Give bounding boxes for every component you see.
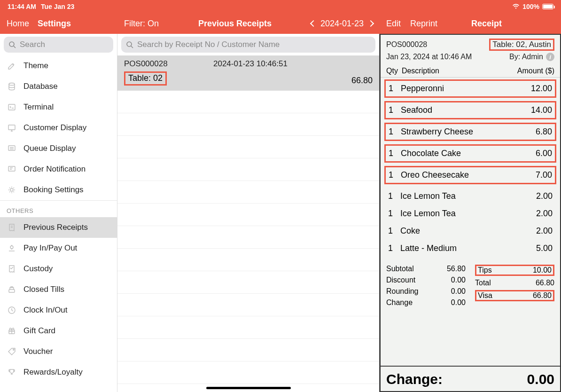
receipt-row-id: POS000028 (124, 59, 213, 69)
summary-value: 56.80 (447, 265, 466, 273)
sidebar-item-label: Closed Tills (23, 285, 64, 294)
change-value: 0.00 (527, 371, 554, 387)
receipt-item: 1 Chocolate Cake 6.00 (384, 144, 556, 163)
gift-icon (7, 326, 17, 336)
item-qty: 1 (386, 226, 396, 236)
chevron-left-icon[interactable] (310, 20, 317, 27)
edit-button[interactable]: Edit (386, 19, 401, 29)
sidebar-item-clock-in-out[interactable]: Clock In/Out (0, 300, 117, 321)
battery-icon (542, 4, 553, 9)
chevron-right-icon[interactable] (367, 20, 374, 27)
db-icon (7, 82, 17, 91)
brush-icon (7, 61, 17, 71)
date-value[interactable]: 2024-01-23 (320, 19, 364, 29)
sidebar-item-theme[interactable]: Theme (0, 55, 117, 76)
clock-icon (7, 306, 17, 315)
wifi-icon (512, 3, 520, 10)
sidebar-item-pay-in-pay-out[interactable]: Pay In/Pay Out (0, 238, 117, 259)
receipt-item: 1 Oreo Cheesecake 7.00 (384, 166, 556, 184)
receipt-search[interactable]: Search by Receipt No / Customer Name (121, 37, 375, 53)
receipt-list-empty (117, 91, 379, 392)
item-desc: Coke (400, 226, 517, 236)
sidebar-item-booking-settings[interactable]: Booking Settings (0, 180, 117, 200)
receipt-icon (7, 223, 17, 232)
svg-point-13 (127, 42, 132, 47)
item-qty: 1 (386, 209, 396, 219)
info-icon[interactable]: i (546, 53, 554, 61)
summary-value: 0.00 (447, 276, 466, 284)
sidebar-item-customer-display[interactable]: Customer Display (0, 118, 117, 138)
header-left: Home Settings (0, 13, 117, 34)
receipt-title: Receipt (471, 19, 502, 29)
item-desc: Seafood (401, 105, 516, 115)
summary-key: Rounding (386, 287, 440, 296)
summary-value: 10.00 (533, 266, 552, 274)
receipt-panel: POS000028 Table: 02, Austin Jan 23, 2024… (380, 34, 561, 392)
sidebar-item-custody[interactable]: Custody (0, 259, 117, 279)
sidebar-item-closed-tills[interactable]: Closed Tills (0, 279, 117, 300)
sidebar-item-voucher[interactable]: Voucher (0, 341, 117, 362)
trophy-icon (7, 368, 17, 377)
display-icon (7, 123, 17, 133)
gear-icon (7, 185, 17, 195)
receipt-item: 1 Strawberry Cheese 6.80 (384, 123, 556, 141)
custody-icon (7, 264, 17, 274)
search-icon (126, 41, 133, 48)
summary-key: Tips (478, 266, 533, 274)
item-desc: Ice Lemon Tea (400, 191, 517, 201)
item-amount: 14.00 (521, 105, 554, 115)
sidebar-item-queue-display[interactable]: Queue Display (0, 138, 117, 159)
svg-rect-5 (8, 146, 15, 150)
sidebar-item-label: Gift Card (23, 326, 55, 336)
status-date: Tue Jan 23 (41, 3, 74, 10)
sidebar-item-gift-card[interactable]: Gift Card (0, 321, 117, 341)
receipt-item: 1 Pepperonni 12.00 (384, 79, 556, 98)
sidebar-item-terminal[interactable]: Terminal (0, 97, 117, 118)
summary-value: 0.00 (447, 287, 466, 296)
sidebar-item-rewards-loyalty[interactable]: Rewards/Loyalty (0, 362, 117, 383)
sidebar-search-placeholder: Search (20, 40, 45, 49)
item-qty: 1 (386, 243, 396, 253)
order-icon (7, 165, 17, 174)
item-amount: 7.00 (521, 170, 554, 180)
item-qty: 1 (387, 105, 396, 115)
summary-key: Subtotal (386, 265, 440, 273)
terminal-icon (7, 102, 17, 112)
svg-rect-4 (8, 125, 15, 130)
receipt-list-panel: Search by Receipt No / Customer Name POS… (117, 34, 380, 392)
settings-title[interactable]: Settings (38, 19, 71, 29)
item-qty: 1 (387, 84, 396, 94)
receipt-row-amount: 66.80 (351, 76, 373, 86)
header-bar: Home Settings Filter: On Previous Receip… (0, 13, 561, 34)
receipt-row-table: Table: 02 (124, 71, 167, 86)
sidebar-search[interactable]: Search (4, 37, 113, 53)
summary-key: Discount (386, 276, 440, 284)
sidebar-item-database[interactable]: Database (0, 76, 117, 97)
filter-toggle[interactable]: Filter: On (124, 19, 159, 29)
home-link[interactable]: Home (7, 19, 29, 29)
home-indicator (206, 387, 291, 389)
item-desc: Chocolate Cake (401, 149, 516, 158)
reprint-button[interactable]: Reprint (410, 19, 437, 29)
item-qty: 1 (387, 170, 396, 180)
sidebar-item-order-notification[interactable]: Order Notification (0, 159, 117, 180)
item-desc: Strawberry Cheese (401, 127, 516, 137)
svg-rect-3 (8, 104, 15, 110)
sidebar-item-label: Order Notification (23, 165, 86, 174)
item-desc: Ice Lemon Tea (400, 209, 517, 219)
item-qty: 1 (387, 149, 396, 158)
sidebar-item-previous-receipts[interactable]: Previous Receipts (0, 217, 117, 238)
receipt-row[interactable]: POS000028 2024-01-23 10:46:51 Table: 02 … (117, 55, 379, 91)
svg-point-7 (10, 188, 13, 191)
col-qty: Qty (386, 67, 398, 75)
item-amount: 12.00 (521, 84, 554, 94)
svg-rect-6 (8, 166, 15, 171)
summary-value: 0.00 (447, 298, 466, 307)
receipt-table-box: Table: 02, Austin (489, 39, 554, 51)
date-navigator: 2024-01-23 (311, 19, 373, 29)
summary-boxed: Tips10.00 (475, 265, 554, 276)
svg-point-12 (13, 349, 14, 350)
receipt-item: 1 Ice Lemon Tea 2.00 (384, 188, 556, 205)
receipt-summary: Subtotal56.80Discount0.00Rounding0.00Cha… (381, 258, 560, 310)
item-amount: 2.00 (522, 191, 554, 201)
